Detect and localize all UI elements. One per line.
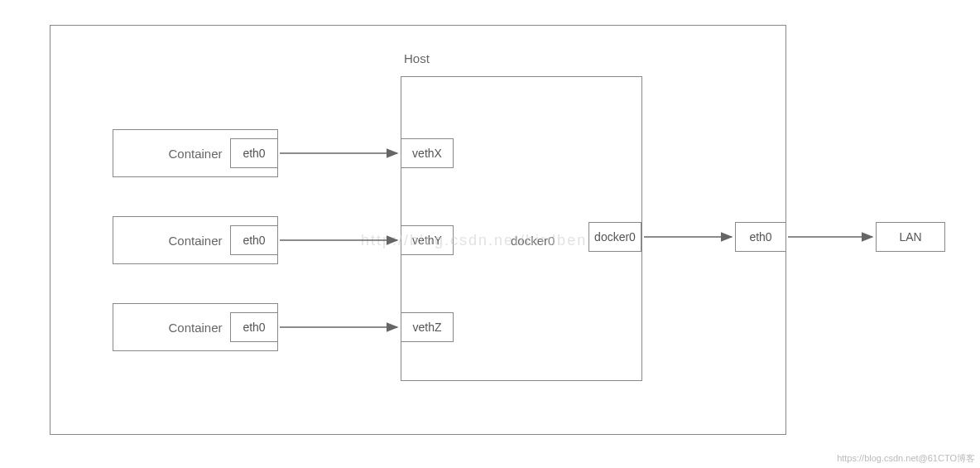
diagram-canvas: Host docker0 docker0 vethX vethY vethZ C…: [0, 0, 980, 468]
arrows-layer: [0, 0, 980, 468]
footer-credit: https://blog.csdn.net@61CTO博客: [837, 452, 975, 465]
